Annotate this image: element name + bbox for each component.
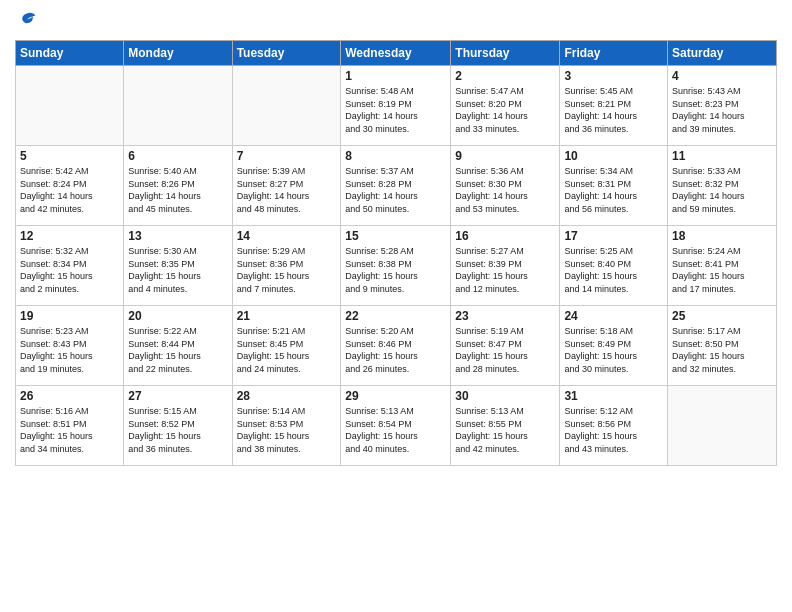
day-info: Sunrise: 5:18 AM Sunset: 8:49 PM Dayligh… [564,325,663,375]
day-info: Sunrise: 5:25 AM Sunset: 8:40 PM Dayligh… [564,245,663,295]
day-cell: 25Sunrise: 5:17 AM Sunset: 8:50 PM Dayli… [668,306,777,386]
day-info: Sunrise: 5:34 AM Sunset: 8:31 PM Dayligh… [564,165,663,215]
day-number: 21 [237,309,337,323]
day-number: 28 [237,389,337,403]
day-info: Sunrise: 5:15 AM Sunset: 8:52 PM Dayligh… [128,405,227,455]
day-number: 1 [345,69,446,83]
day-cell: 12Sunrise: 5:32 AM Sunset: 8:34 PM Dayli… [16,226,124,306]
day-number: 17 [564,229,663,243]
day-cell: 30Sunrise: 5:13 AM Sunset: 8:55 PM Dayli… [451,386,560,466]
day-cell: 18Sunrise: 5:24 AM Sunset: 8:41 PM Dayli… [668,226,777,306]
day-number: 19 [20,309,119,323]
weekday-monday: Monday [124,41,232,66]
day-number: 2 [455,69,555,83]
day-cell: 28Sunrise: 5:14 AM Sunset: 8:53 PM Dayli… [232,386,341,466]
day-number: 11 [672,149,772,163]
day-cell: 22Sunrise: 5:20 AM Sunset: 8:46 PM Dayli… [341,306,451,386]
day-number: 18 [672,229,772,243]
week-row-0: 1Sunrise: 5:48 AM Sunset: 8:19 PM Daylig… [16,66,777,146]
header [15,10,777,32]
day-number: 4 [672,69,772,83]
day-info: Sunrise: 5:14 AM Sunset: 8:53 PM Dayligh… [237,405,337,455]
day-info: Sunrise: 5:29 AM Sunset: 8:36 PM Dayligh… [237,245,337,295]
day-number: 31 [564,389,663,403]
day-cell: 10Sunrise: 5:34 AM Sunset: 8:31 PM Dayli… [560,146,668,226]
day-cell: 4Sunrise: 5:43 AM Sunset: 8:23 PM Daylig… [668,66,777,146]
calendar: SundayMondayTuesdayWednesdayThursdayFrid… [15,40,777,466]
day-number: 9 [455,149,555,163]
day-info: Sunrise: 5:13 AM Sunset: 8:55 PM Dayligh… [455,405,555,455]
logo-text [15,10,39,32]
week-row-4: 26Sunrise: 5:16 AM Sunset: 8:51 PM Dayli… [16,386,777,466]
day-number: 6 [128,149,227,163]
day-cell: 16Sunrise: 5:27 AM Sunset: 8:39 PM Dayli… [451,226,560,306]
day-info: Sunrise: 5:33 AM Sunset: 8:32 PM Dayligh… [672,165,772,215]
day-number: 24 [564,309,663,323]
day-info: Sunrise: 5:12 AM Sunset: 8:56 PM Dayligh… [564,405,663,455]
day-number: 25 [672,309,772,323]
week-row-3: 19Sunrise: 5:23 AM Sunset: 8:43 PM Dayli… [16,306,777,386]
weekday-sunday: Sunday [16,41,124,66]
day-cell: 8Sunrise: 5:37 AM Sunset: 8:28 PM Daylig… [341,146,451,226]
day-number: 5 [20,149,119,163]
day-info: Sunrise: 5:27 AM Sunset: 8:39 PM Dayligh… [455,245,555,295]
day-number: 8 [345,149,446,163]
day-info: Sunrise: 5:32 AM Sunset: 8:34 PM Dayligh… [20,245,119,295]
day-cell [232,66,341,146]
day-number: 20 [128,309,227,323]
day-cell: 19Sunrise: 5:23 AM Sunset: 8:43 PM Dayli… [16,306,124,386]
day-number: 13 [128,229,227,243]
day-cell: 6Sunrise: 5:40 AM Sunset: 8:26 PM Daylig… [124,146,232,226]
day-info: Sunrise: 5:17 AM Sunset: 8:50 PM Dayligh… [672,325,772,375]
day-info: Sunrise: 5:45 AM Sunset: 8:21 PM Dayligh… [564,85,663,135]
day-info: Sunrise: 5:36 AM Sunset: 8:30 PM Dayligh… [455,165,555,215]
day-number: 14 [237,229,337,243]
logo-bird-icon [17,10,39,32]
day-number: 7 [237,149,337,163]
day-cell: 24Sunrise: 5:18 AM Sunset: 8:49 PM Dayli… [560,306,668,386]
weekday-saturday: Saturday [668,41,777,66]
day-info: Sunrise: 5:22 AM Sunset: 8:44 PM Dayligh… [128,325,227,375]
day-info: Sunrise: 5:23 AM Sunset: 8:43 PM Dayligh… [20,325,119,375]
day-info: Sunrise: 5:24 AM Sunset: 8:41 PM Dayligh… [672,245,772,295]
day-number: 12 [20,229,119,243]
day-cell [124,66,232,146]
day-info: Sunrise: 5:13 AM Sunset: 8:54 PM Dayligh… [345,405,446,455]
day-cell: 21Sunrise: 5:21 AM Sunset: 8:45 PM Dayli… [232,306,341,386]
day-cell: 3Sunrise: 5:45 AM Sunset: 8:21 PM Daylig… [560,66,668,146]
day-info: Sunrise: 5:40 AM Sunset: 8:26 PM Dayligh… [128,165,227,215]
day-cell: 31Sunrise: 5:12 AM Sunset: 8:56 PM Dayli… [560,386,668,466]
day-cell: 14Sunrise: 5:29 AM Sunset: 8:36 PM Dayli… [232,226,341,306]
day-cell: 27Sunrise: 5:15 AM Sunset: 8:52 PM Dayli… [124,386,232,466]
weekday-tuesday: Tuesday [232,41,341,66]
day-cell: 20Sunrise: 5:22 AM Sunset: 8:44 PM Dayli… [124,306,232,386]
day-info: Sunrise: 5:21 AM Sunset: 8:45 PM Dayligh… [237,325,337,375]
day-info: Sunrise: 5:48 AM Sunset: 8:19 PM Dayligh… [345,85,446,135]
day-number: 30 [455,389,555,403]
day-number: 26 [20,389,119,403]
week-row-1: 5Sunrise: 5:42 AM Sunset: 8:24 PM Daylig… [16,146,777,226]
day-info: Sunrise: 5:28 AM Sunset: 8:38 PM Dayligh… [345,245,446,295]
day-info: Sunrise: 5:37 AM Sunset: 8:28 PM Dayligh… [345,165,446,215]
day-cell [668,386,777,466]
day-info: Sunrise: 5:16 AM Sunset: 8:51 PM Dayligh… [20,405,119,455]
day-number: 10 [564,149,663,163]
weekday-friday: Friday [560,41,668,66]
day-number: 15 [345,229,446,243]
day-cell: 26Sunrise: 5:16 AM Sunset: 8:51 PM Dayli… [16,386,124,466]
day-number: 3 [564,69,663,83]
day-cell: 13Sunrise: 5:30 AM Sunset: 8:35 PM Dayli… [124,226,232,306]
day-info: Sunrise: 5:42 AM Sunset: 8:24 PM Dayligh… [20,165,119,215]
day-cell: 23Sunrise: 5:19 AM Sunset: 8:47 PM Dayli… [451,306,560,386]
page: SundayMondayTuesdayWednesdayThursdayFrid… [0,0,792,476]
day-cell: 7Sunrise: 5:39 AM Sunset: 8:27 PM Daylig… [232,146,341,226]
weekday-thursday: Thursday [451,41,560,66]
day-info: Sunrise: 5:20 AM Sunset: 8:46 PM Dayligh… [345,325,446,375]
day-cell: 2Sunrise: 5:47 AM Sunset: 8:20 PM Daylig… [451,66,560,146]
week-row-2: 12Sunrise: 5:32 AM Sunset: 8:34 PM Dayli… [16,226,777,306]
day-number: 16 [455,229,555,243]
day-info: Sunrise: 5:47 AM Sunset: 8:20 PM Dayligh… [455,85,555,135]
day-cell: 11Sunrise: 5:33 AM Sunset: 8:32 PM Dayli… [668,146,777,226]
day-info: Sunrise: 5:43 AM Sunset: 8:23 PM Dayligh… [672,85,772,135]
day-number: 23 [455,309,555,323]
